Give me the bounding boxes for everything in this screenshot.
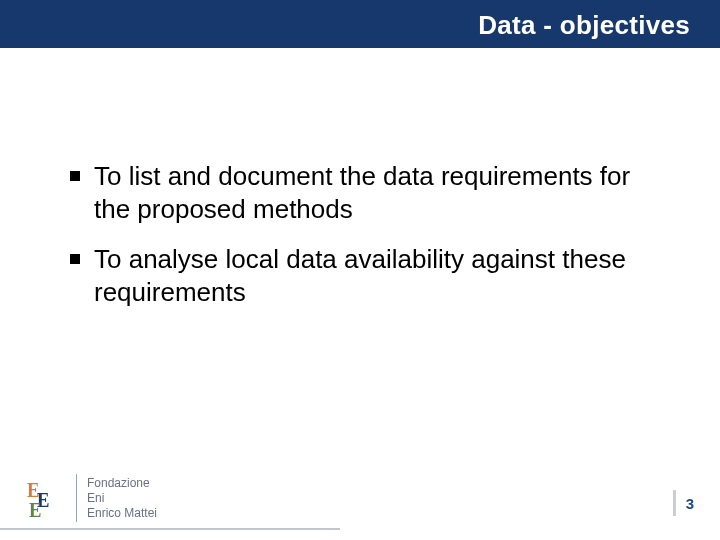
slide-title: Data - objectives: [478, 10, 690, 41]
logo-line: Eni: [87, 491, 157, 506]
bullet-marker-icon: [70, 254, 80, 264]
content-body: To list and document the data requiremen…: [70, 160, 650, 326]
logo-divider: [76, 474, 77, 522]
slide: Data - objectives To list and document t…: [0, 0, 720, 540]
logo-text: Fondazione Eni Enrico Mattei: [87, 476, 157, 521]
footer-rule: [0, 528, 340, 530]
bullet-item: To analyse local data availability again…: [70, 243, 650, 308]
bullet-item: To list and document the data requiremen…: [70, 160, 650, 225]
logo: E E E Fondazione Eni Enrico Mattei: [26, 470, 206, 526]
bullet-text: To list and document the data requiremen…: [94, 160, 650, 225]
title-bar: Data - objectives: [0, 0, 720, 48]
page-number: 3: [673, 490, 694, 516]
logo-line: Fondazione: [87, 476, 157, 491]
logo-line: Enrico Mattei: [87, 506, 157, 521]
logo-mark-icon: E E E: [26, 475, 66, 521]
bullet-marker-icon: [70, 171, 80, 181]
bullet-text: To analyse local data availability again…: [94, 243, 650, 308]
logo-letter: E: [29, 497, 41, 523]
footer: E E E Fondazione Eni Enrico Mattei 3: [0, 454, 720, 540]
